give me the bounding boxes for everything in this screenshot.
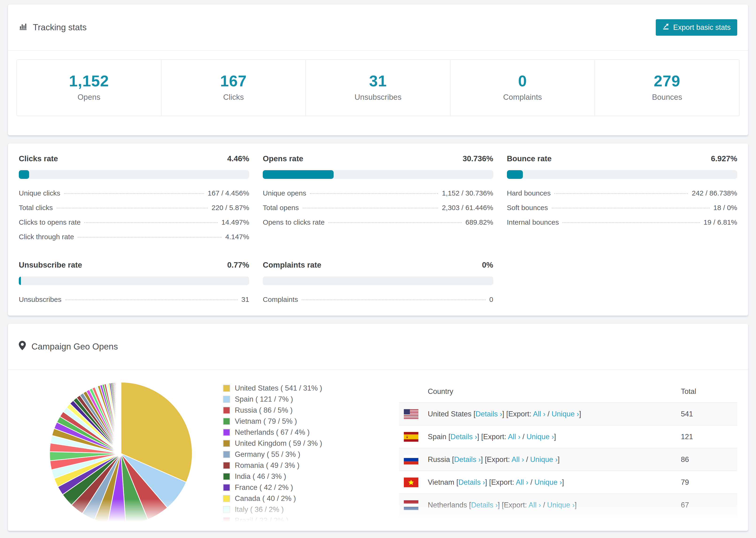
stat-card-bounces: 279 Bounces <box>594 60 739 116</box>
complaints-label: Complaints <box>451 93 595 102</box>
details-link[interactable]: Details › <box>475 410 502 418</box>
legend-swatch <box>223 473 230 480</box>
export-label: ] [Export: <box>498 501 528 509</box>
table-row: United Kingdom [Details ›] [Export: All … <box>399 516 737 531</box>
export-label: ] [Export: <box>485 478 516 486</box>
details-link[interactable]: Details › <box>471 501 498 509</box>
bracket: ] <box>558 456 560 463</box>
legend-label: United States ( 541 / 31% ) <box>235 384 322 393</box>
export-unique-link[interactable]: Unique › <box>552 410 579 418</box>
geo-opens-panel: Campaign Geo Opens United States ( 541 /… <box>8 323 748 531</box>
stat-line: Internal bounces19 / 6.81% <box>507 215 737 230</box>
details-link[interactable]: Details › <box>458 478 485 486</box>
bounces-count: 279 <box>595 72 739 90</box>
separator: / <box>541 501 547 509</box>
es-flag-icon <box>404 432 418 442</box>
map-pin-icon <box>19 341 26 352</box>
table-row: United States [Details ›] [Export: All ›… <box>399 402 737 425</box>
tracking-stats-panel: Tracking stats Export basic stats 1,152 … <box>8 4 748 135</box>
legend-item: United States ( 541 / 31% ) <box>223 384 385 393</box>
separator: / <box>520 433 527 441</box>
clicks-rate-card: Clicks rate 4.46% Unique clicks167 / 4.4… <box>19 154 249 244</box>
tracking-stats-title-text: Tracking stats <box>33 23 87 32</box>
stat-card-complaints: 0 Complaints <box>450 60 595 116</box>
legend-label: United Kingdom ( 59 / 3% ) <box>235 439 322 448</box>
nl-flag-icon <box>404 500 418 510</box>
country-cell: Russia [Details ›] [Export: All › / Uniq… <box>428 456 681 464</box>
legend-label: Netherlands ( 67 / 4% ) <box>235 428 310 437</box>
country-name: United Kingdom [ <box>428 524 484 531</box>
export-all-link[interactable]: All › <box>541 524 553 531</box>
stat-line: Total clicks220 / 5.87% <box>19 200 249 215</box>
country-cell: United States [Details ›] [Export: All ›… <box>428 410 681 418</box>
export-all-link[interactable]: All › <box>508 433 520 441</box>
gb-flag-icon <box>404 523 418 531</box>
ru-flag-icon <box>404 455 418 464</box>
legend-swatch <box>223 418 230 425</box>
country-name: Vietnam [ <box>428 478 458 486</box>
total-cell: 79 <box>681 478 737 487</box>
legend-item: Canada ( 40 / 2% ) <box>223 494 385 503</box>
geo-table: Country Total United States [Details ›] … <box>399 381 737 531</box>
export-basic-stats-button[interactable]: Export basic stats <box>656 19 737 36</box>
separator: / <box>554 524 560 531</box>
legend-swatch <box>223 506 230 513</box>
bracket: ] <box>562 478 564 486</box>
separator: / <box>524 456 530 463</box>
legend-swatch <box>223 517 230 524</box>
stat-card-unsubscribes: 31 Unsubscribes <box>305 60 450 116</box>
bounce-rate-value: 6.927% <box>711 154 737 163</box>
clicks-label: Clicks <box>162 93 306 102</box>
opens-rate-title: Opens rate <box>263 154 303 163</box>
export-all-link[interactable]: All › <box>528 501 541 509</box>
opens-count: 1,152 <box>17 72 161 90</box>
legend-item: France ( 42 / 2% ) <box>223 483 385 492</box>
opens-rate-card: Opens rate 30.736% Unique opens1,152 / 3… <box>263 154 493 244</box>
legend-swatch <box>223 385 230 392</box>
country-name: United States [ <box>428 410 475 418</box>
export-all-link[interactable]: All › <box>516 478 528 486</box>
details-link[interactable]: Details › <box>454 456 481 463</box>
legend-swatch <box>223 407 230 414</box>
bar-chart-icon <box>19 22 27 32</box>
legend-label: Canada ( 40 / 2% ) <box>235 494 296 503</box>
details-link[interactable]: Details › <box>451 433 477 441</box>
unsubscribes-count: 31 <box>306 72 450 90</box>
geo-opens-title-text: Campaign Geo Opens <box>31 342 118 351</box>
stat-line: Unique clicks167 / 4.456% <box>19 186 249 200</box>
export-unique-link[interactable]: Unique › <box>530 456 558 463</box>
rates-grid: Clicks rate 4.46% Unique clicks167 / 4.4… <box>19 154 737 307</box>
details-link[interactable]: Details › <box>484 524 511 531</box>
geo-opens-header: Campaign Geo Opens <box>8 324 748 370</box>
legend-item: South Africa ( 29 / 2% ) <box>223 527 385 531</box>
stat-line: Total opens2,303 / 61.446% <box>263 200 493 215</box>
geo-pie-legend: United States ( 541 / 31% )Spain ( 121 /… <box>223 381 385 531</box>
legend-swatch <box>223 440 230 447</box>
clicks-rate-value: 4.46% <box>227 154 249 163</box>
geo-opens-body: United States ( 541 / 31% )Spain ( 121 /… <box>8 370 748 531</box>
table-row: Vietnam [Details ›] [Export: All › / Uni… <box>399 471 737 493</box>
bounce-rate-title: Bounce rate <box>507 154 552 163</box>
legend-item: Vietnam ( 79 / 5% ) <box>223 417 385 426</box>
export-unique-link[interactable]: Unique › <box>534 478 562 486</box>
country-name: Netherlands [ <box>428 501 471 509</box>
legend-label: Brazil ( 33 / 2% ) <box>235 516 289 525</box>
legend-swatch <box>223 396 230 403</box>
legend-label: South Africa ( 29 / 2% ) <box>235 527 310 531</box>
export-unique-link[interactable]: Unique › <box>560 524 587 531</box>
tracking-stats-title: Tracking stats <box>19 22 87 32</box>
tracking-stats-header: Tracking stats Export basic stats <box>8 4 748 51</box>
legend-swatch <box>223 528 230 531</box>
country-cell: Netherlands [Details ›] [Export: All › /… <box>428 501 681 510</box>
clicks-count: 167 <box>162 72 306 90</box>
export-unique-link[interactable]: Unique › <box>526 433 554 441</box>
legend-item: Romania ( 49 / 3% ) <box>223 461 385 470</box>
legend-label: Italy ( 36 / 2% ) <box>235 506 284 514</box>
export-all-link[interactable]: All › <box>512 456 524 463</box>
complaints-rate-value: 0% <box>482 260 493 269</box>
bounce-rate-card: Bounce rate 6.927% Hard bounces242 / 86.… <box>507 154 737 244</box>
legend-swatch <box>223 429 230 436</box>
export-unique-link[interactable]: Unique › <box>547 501 574 509</box>
country-cell: Spain [Details ›] [Export: All › / Uniqu… <box>428 433 681 441</box>
export-all-link[interactable]: All › <box>533 410 545 418</box>
